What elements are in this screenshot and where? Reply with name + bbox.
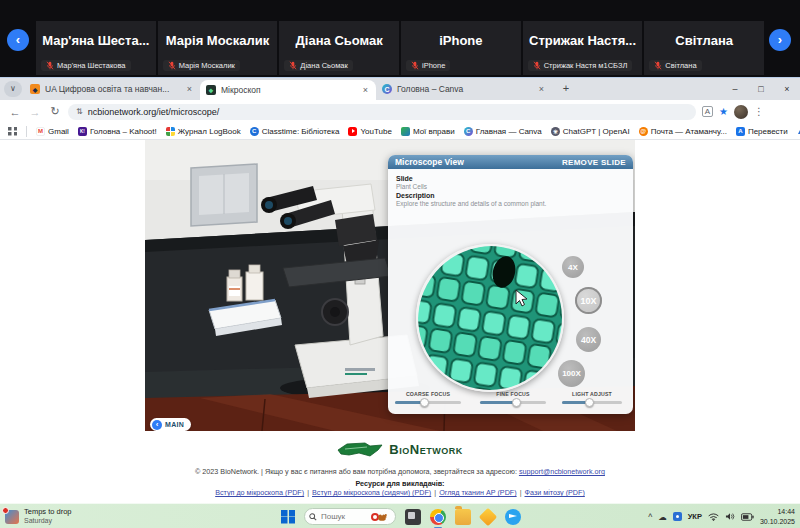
scroll-participants-right-button[interactable]: › bbox=[769, 29, 791, 51]
scroll-participants-left-button[interactable]: ‹ bbox=[7, 29, 29, 51]
participant-tile[interactable]: Мар'яна Шеста... Мар'яна Шестакова bbox=[36, 21, 156, 75]
slider-thumb[interactable] bbox=[512, 398, 521, 407]
chrome-taskbar-icon[interactable] bbox=[430, 509, 446, 525]
slide-value: Plant Cells bbox=[396, 183, 625, 190]
bionetwork-favicon-icon: ❖ bbox=[206, 85, 216, 95]
participant-name: Діана Сьомак bbox=[296, 33, 383, 64]
weather-widget[interactable]: Temps to drop Saturday bbox=[5, 506, 72, 527]
tissue-overview-link[interactable]: Огляд тканин AP (PDF) bbox=[439, 488, 517, 497]
speaker-icon[interactable] bbox=[725, 512, 735, 521]
plant-cells-image bbox=[418, 246, 564, 392]
close-tab-icon[interactable]: × bbox=[185, 84, 194, 94]
fine-focus-slider[interactable]: FINE FOCUS bbox=[480, 391, 546, 404]
weather-title: Temps to drop bbox=[24, 507, 72, 516]
bookmark-gmail[interactable]: MGmail bbox=[36, 127, 69, 136]
profile-avatar[interactable] bbox=[734, 105, 748, 119]
magnification-10x-button[interactable]: 10X bbox=[575, 287, 602, 314]
intro-microscope-seated-link[interactable]: Вступ до мікроскопа (сидячи) (PDF) bbox=[312, 488, 431, 497]
reload-icon[interactable]: ↻ bbox=[48, 105, 62, 118]
brand-name: BioNetwork bbox=[389, 442, 462, 457]
maximize-button[interactable]: □ bbox=[748, 78, 774, 100]
video-call-strip: ‹ Мар'яна Шеста... Мар'яна Шестакова Мар… bbox=[0, 0, 800, 77]
participant-tile[interactable]: iPhone iPhone bbox=[401, 21, 521, 75]
back-icon[interactable]: ← bbox=[8, 106, 22, 118]
close-tab-icon[interactable]: × bbox=[361, 85, 370, 95]
mic-muted-icon bbox=[533, 61, 541, 70]
participant-tile[interactable]: Марія Москалик Марія Москалик bbox=[158, 21, 278, 75]
bookmark-mail[interactable]: @Почта — Атаманчу... bbox=[639, 127, 727, 136]
coarse-focus-slider[interactable]: COARSE FOCUS bbox=[395, 391, 461, 404]
bookmark-youtube[interactable]: YouTube bbox=[348, 127, 391, 136]
slider-thumb[interactable] bbox=[420, 398, 429, 407]
new-tab-button[interactable]: + bbox=[558, 81, 574, 97]
tab-canva[interactable]: C Головна – Canva × bbox=[376, 78, 552, 100]
wifi-icon[interactable] bbox=[708, 512, 719, 521]
weather-subtitle: Saturday bbox=[24, 517, 72, 526]
tab-ua-osvita[interactable]: ◆ UA Цифрова освіта та навчан... × bbox=[24, 78, 200, 100]
telegram-app-icon[interactable] bbox=[505, 509, 521, 525]
tray-app-icon[interactable] bbox=[673, 512, 682, 521]
browser-menu-icon[interactable]: ⋮ bbox=[754, 106, 764, 117]
start-button-icon[interactable] bbox=[281, 510, 295, 524]
participant-tile[interactable]: Діана Сьомак Діана Сьомак bbox=[279, 21, 399, 75]
main-button[interactable]: ‹ MAIN bbox=[150, 418, 191, 431]
address-bar[interactable]: ⇅ ncbionetwork.org/iet/microscope/ bbox=[68, 104, 696, 120]
bookmark-canva[interactable]: CГлавная — Canva bbox=[464, 127, 542, 136]
participant-chip: Марія Москалик bbox=[163, 60, 240, 71]
hidden-icons-chevron-icon[interactable]: ^ bbox=[648, 512, 652, 522]
translate-page-icon[interactable]: A bbox=[702, 106, 713, 117]
mitosis-phases-link[interactable]: Фази мітозу (PDF) bbox=[525, 488, 585, 497]
light-adjust-slider[interactable]: LIGHT ADJUST bbox=[562, 391, 622, 404]
participant-tile[interactable]: Стрижак Настя... Стрижак Настя м1СБЗЛ bbox=[523, 21, 643, 75]
panel-title: Microscope View bbox=[395, 157, 464, 167]
close-window-button[interactable]: × bbox=[774, 78, 800, 100]
onedrive-cloud-icon[interactable]: ☁ bbox=[658, 512, 667, 522]
notification-badge bbox=[2, 507, 9, 514]
bookmark-chatgpt[interactable]: ✳ChatGPT | OpenAI bbox=[551, 127, 630, 136]
bookmark-classtime[interactable]: CClasstime: Бібліотека bbox=[250, 127, 340, 136]
site-info-icon[interactable]: ⇅ bbox=[76, 107, 83, 116]
support-email-link[interactable]: support@ncbionetwork.org bbox=[519, 467, 605, 476]
magnification-4x-button[interactable]: 4X bbox=[562, 256, 584, 278]
browser-tab-strip: ∨ ◆ UA Цифрова освіта та навчан... × ❖ М… bbox=[0, 77, 800, 100]
magnification-40x-button[interactable]: 40X bbox=[576, 327, 601, 352]
time: 14:44 bbox=[777, 507, 795, 516]
weather-icon bbox=[5, 510, 19, 524]
participant-name: Мар'яна Шеста... bbox=[42, 33, 149, 64]
apps-grid-icon[interactable] bbox=[8, 127, 17, 136]
forward-icon[interactable]: → bbox=[28, 106, 42, 118]
battery-icon[interactable] bbox=[741, 513, 754, 521]
language-indicator[interactable]: УКР bbox=[688, 512, 702, 521]
search-highlight-icon[interactable] bbox=[371, 511, 387, 523]
magnification-100x-button[interactable]: 100X bbox=[558, 360, 585, 387]
taskbar-search[interactable] bbox=[304, 508, 396, 525]
resources-title: Ресурси для викладачів: bbox=[0, 479, 800, 488]
bookmark-translate[interactable]: AПеревести bbox=[736, 127, 788, 136]
tab-search-button[interactable]: ∨ bbox=[4, 81, 22, 97]
participant-chip: Світлана bbox=[649, 60, 701, 71]
microscope-eyepiece-view[interactable] bbox=[416, 244, 564, 392]
bookmark-logbook[interactable]: Журнал LogBook bbox=[166, 127, 241, 136]
remove-slide-button[interactable]: REMOVE SLIDE bbox=[562, 158, 626, 167]
chevron-right-icon: › bbox=[778, 32, 782, 47]
bookmark-star-icon[interactable]: ★ bbox=[719, 106, 728, 117]
intro-microscope-link[interactable]: Вступ до мікроскопа (PDF) bbox=[215, 488, 304, 497]
yellow-app-icon[interactable] bbox=[479, 507, 498, 526]
description-value: Explore the structure and details of a c… bbox=[396, 200, 625, 207]
bookmark-exercises[interactable]: Мої вправи bbox=[401, 127, 455, 136]
close-tab-icon[interactable]: × bbox=[537, 84, 546, 94]
mic-muted-icon bbox=[168, 61, 176, 70]
back-arrow-icon: ‹ bbox=[152, 420, 162, 430]
bookmark-kahoot[interactable]: K!Головна – Kahoot! bbox=[78, 127, 157, 136]
clock[interactable]: 14:44 30.10.2025 bbox=[760, 507, 795, 525]
slider-thumb[interactable] bbox=[585, 398, 594, 407]
participant-chip: Діана Сьомак bbox=[284, 60, 352, 71]
participant-chip: Мар'яна Шестакова bbox=[41, 60, 131, 71]
tab-microscope[interactable]: ❖ Мікроскоп × bbox=[200, 80, 376, 100]
search-input[interactable] bbox=[321, 512, 367, 521]
task-view-icon[interactable] bbox=[405, 509, 421, 525]
minimize-button[interactable]: – bbox=[722, 78, 748, 100]
participant-tile[interactable]: Світлана Світлана bbox=[644, 21, 764, 75]
file-explorer-icon[interactable] bbox=[455, 509, 471, 525]
mic-muted-icon bbox=[654, 61, 662, 70]
